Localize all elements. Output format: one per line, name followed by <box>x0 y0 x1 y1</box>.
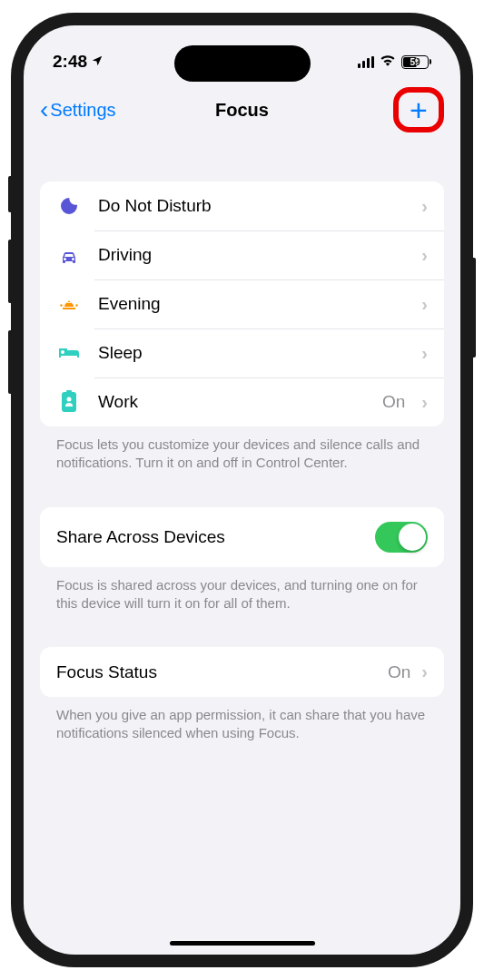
share-label: Share Across Devices <box>56 527 364 547</box>
share-footer: Focus is shared across your devices, and… <box>40 567 444 613</box>
focus-label: Evening <box>98 294 405 314</box>
status-time: 2:48 <box>53 52 87 72</box>
back-button[interactable]: ‹ Settings <box>40 97 116 122</box>
chevron-right-icon: › <box>421 294 428 315</box>
focus-modes-section: Do Not Disturb › Driving › <box>40 181 444 426</box>
battery-icon: 59 <box>401 55 431 69</box>
bed-icon <box>56 345 82 361</box>
chevron-right-icon: › <box>421 392 428 413</box>
add-focus-button[interactable]: + <box>393 87 444 132</box>
focus-label: Do Not Disturb <box>98 196 405 216</box>
focus-status-value: On <box>388 662 410 682</box>
moon-icon <box>56 195 82 217</box>
chevron-right-icon: › <box>421 662 428 682</box>
sunset-icon <box>56 295 82 313</box>
toggle-knob <box>399 524 426 551</box>
badge-icon <box>56 390 82 414</box>
share-toggle[interactable] <box>375 522 428 553</box>
focus-status-row[interactable]: Focus Status On › <box>40 647 444 697</box>
nav-bar: ‹ Settings Focus + <box>24 78 460 145</box>
battery-level: 59 <box>410 57 420 67</box>
notch <box>174 45 311 82</box>
focus-value: On <box>382 392 405 412</box>
focus-label: Driving <box>98 245 405 265</box>
side-buttons-left <box>8 176 11 421</box>
page-title: Focus <box>215 100 269 121</box>
side-buttons-right <box>473 258 476 358</box>
share-section: Share Across Devices <box>40 507 444 567</box>
cellular-icon <box>358 56 375 68</box>
chevron-right-icon: › <box>421 196 428 217</box>
chevron-back-icon: ‹ <box>40 97 48 122</box>
home-indicator[interactable] <box>170 941 315 946</box>
focus-label: Sleep <box>98 343 405 363</box>
svg-rect-2 <box>66 390 72 394</box>
location-icon <box>91 54 104 70</box>
svg-rect-0 <box>62 392 76 412</box>
share-row: Share Across Devices <box>40 507 444 567</box>
screen: 2:48 59 <box>24 25 460 955</box>
focus-row-evening[interactable]: Evening › <box>40 279 444 328</box>
chevron-right-icon: › <box>421 245 428 266</box>
focus-status-footer: When you give an app permission, it can … <box>40 697 444 743</box>
focus-row-sleep[interactable]: Sleep › <box>40 328 444 377</box>
focus-row-dnd[interactable]: Do Not Disturb › <box>40 181 444 230</box>
focus-row-work[interactable]: Work On › <box>40 377 444 426</box>
svg-point-1 <box>67 397 72 402</box>
focus-label: Work <box>98 392 366 412</box>
back-label: Settings <box>50 100 115 121</box>
chevron-right-icon: › <box>421 343 428 364</box>
focus-status-section: Focus Status On › <box>40 647 444 697</box>
phone-frame: 2:48 59 <box>11 13 473 967</box>
focus-status-label: Focus Status <box>56 662 377 682</box>
content: Do Not Disturb › Driving › <box>24 145 460 743</box>
focus-row-driving[interactable]: Driving › <box>40 230 444 279</box>
wifi-icon <box>380 53 396 71</box>
car-icon <box>56 246 82 264</box>
status-right: 59 <box>358 53 432 71</box>
status-left: 2:48 <box>53 52 104 72</box>
focus-footer: Focus lets you customize your devices an… <box>40 426 444 473</box>
plus-icon: + <box>410 94 428 125</box>
